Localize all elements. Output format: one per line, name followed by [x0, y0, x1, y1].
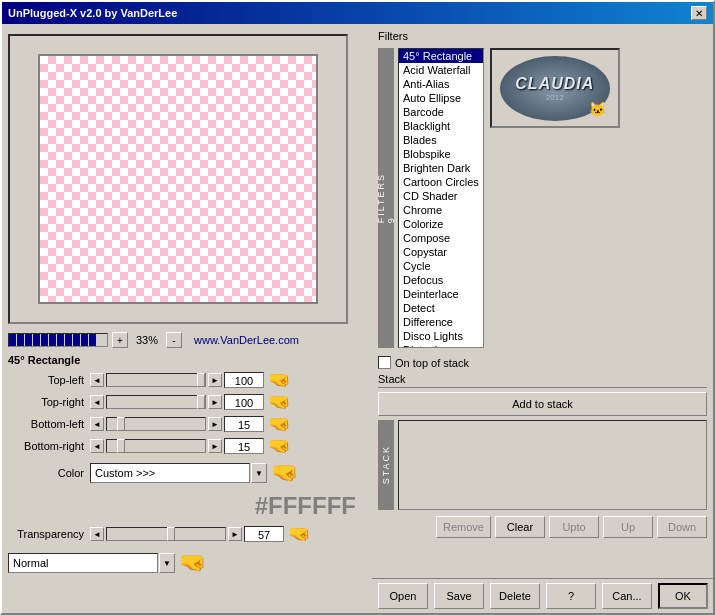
zoom-plus-button[interactable]: + — [112, 332, 128, 348]
param-label-bottomright: Bottom-right — [8, 440, 88, 452]
color-row: Color Custom >>> ▼ 🤜 — [8, 462, 366, 484]
param-left-arrow-bottomleft[interactable]: ◄ — [90, 417, 104, 431]
hand-icon-bottomright: 🤜 — [268, 435, 290, 457]
bottom-bar: Open Save Delete ? Can... OK — [372, 578, 713, 613]
window-title: UnPlugged-X v2.0 by VanDerLee — [8, 7, 177, 19]
param-left-arrow-topright[interactable]: ◄ — [90, 395, 104, 409]
param-row-bottomright: Bottom-right ◄ ► 15 🤜 — [8, 436, 366, 456]
logo-oval: CLAUDIA 2012 🐱 — [500, 56, 610, 121]
stack-sidebar: STACK — [378, 420, 394, 510]
question-button[interactable]: ? — [546, 583, 596, 609]
filter-item-autoellipse[interactable]: Auto Ellipse — [399, 91, 483, 105]
logo-year: 2012 — [546, 93, 564, 102]
param-slider-topleft[interactable] — [106, 373, 206, 387]
filter-item-barcode[interactable]: Barcode — [399, 105, 483, 119]
down-button[interactable]: Down — [657, 516, 707, 538]
transparency-right-arrow[interactable]: ► — [228, 527, 242, 541]
filter-item-brightendark[interactable]: Brighten Dark — [399, 161, 483, 175]
param-label-bottomleft: Bottom-left — [8, 418, 88, 430]
param-slider-topright[interactable] — [106, 395, 206, 409]
filter-sidebar: FILTERS9 — [378, 48, 394, 348]
params-section: Top-left ◄ ► 100 🤜 Top-right ◄ ► — [8, 370, 366, 456]
filter-item-acid[interactable]: Acid Waterfall — [399, 63, 483, 77]
up-button[interactable]: Up — [603, 516, 653, 538]
filter-item-cartooncircles[interactable]: Cartoon Circles — [399, 175, 483, 189]
param-slider-thumb-bottomright — [117, 439, 125, 453]
param-right-arrow-topright[interactable]: ► — [208, 395, 222, 409]
param-value-bottomleft: 15 — [224, 416, 264, 432]
open-button[interactable]: Open — [378, 583, 428, 609]
add-to-stack-button[interactable]: Add to stack — [378, 392, 707, 416]
stack-display: STACK — [378, 420, 707, 510]
param-value-topright: 100 — [224, 394, 264, 410]
filter-item-compose[interactable]: Compose — [399, 231, 483, 245]
filter-item-chrome[interactable]: Chrome — [399, 203, 483, 217]
clear-button[interactable]: Clear — [495, 516, 545, 538]
param-slider-bottomleft[interactable] — [106, 417, 206, 431]
color-value: Custom >>> — [95, 467, 155, 479]
filter-item-discolights[interactable]: Disco Lights — [399, 329, 483, 343]
close-button[interactable]: ✕ — [691, 6, 707, 20]
filter-item-colorize[interactable]: Colorize — [399, 217, 483, 231]
param-row-topleft: Top-left ◄ ► 100 🤜 — [8, 370, 366, 390]
param-right-arrow-topleft[interactable]: ► — [208, 373, 222, 387]
param-left-arrow-bottomright[interactable]: ◄ — [90, 439, 104, 453]
param-slider-bottomright[interactable] — [106, 439, 206, 453]
delete-button[interactable]: Delete — [490, 583, 540, 609]
normal-dropdown[interactable]: Normal — [8, 553, 158, 573]
param-label-topright: Top-right — [8, 396, 88, 408]
filter-item-distortion[interactable]: Distortion — [399, 343, 483, 348]
color-dropdown[interactable]: Custom >>> — [90, 463, 250, 483]
stack-content — [398, 420, 707, 510]
color-dropdown-arrow[interactable]: ▼ — [251, 463, 267, 483]
cancel-button[interactable]: Can... — [602, 583, 652, 609]
filter-item-cycle[interactable]: Cycle — [399, 259, 483, 273]
right-panel: Filters FILTERS9 45° Rectangle Acid Wate… — [372, 24, 713, 613]
left-panel: + 33% - www.VanDerLee.com 45° Rectangle … — [2, 24, 372, 613]
transparency-slider[interactable] — [106, 527, 226, 541]
param-left-arrow-topleft[interactable]: ◄ — [90, 373, 104, 387]
color-label: Color — [8, 467, 88, 479]
hand-icon-color: 🤜 — [271, 460, 298, 486]
zoom-minus-button[interactable]: - — [166, 332, 182, 348]
upto-button[interactable]: Upto — [549, 516, 599, 538]
normal-dropdown-arrow[interactable]: ▼ — [159, 553, 175, 573]
filter-item-detect[interactable]: Detect — [399, 301, 483, 315]
zoom-value: 33% — [132, 334, 162, 346]
save-button[interactable]: Save — [434, 583, 484, 609]
remove-button[interactable]: Remove — [436, 516, 491, 538]
filter-item-cdshader[interactable]: CD Shader — [399, 189, 483, 203]
hex-value: #FFFFFF — [255, 492, 356, 519]
filter-item-deinterlace[interactable]: Deinterlace — [399, 287, 483, 301]
site-label: www.VanDerLee.com — [194, 334, 299, 346]
filter-item-blobspike[interactable]: Blobspike — [399, 147, 483, 161]
filters-list[interactable]: 45° Rectangle Acid Waterfall Anti-Alias … — [398, 48, 484, 348]
ontop-label: On top of stack — [395, 357, 469, 369]
hand-icon-topright: 🤜 — [268, 391, 290, 413]
title-bar: UnPlugged-X v2.0 by VanDerLee ✕ — [2, 2, 713, 24]
filter-item-difference[interactable]: Difference — [399, 315, 483, 329]
filters-container: FILTERS9 45° Rectangle Acid Waterfall An… — [378, 48, 484, 348]
filter-item-defocus[interactable]: Defocus — [399, 273, 483, 287]
param-slider-thumb-bottomleft — [117, 417, 125, 431]
param-right-arrow-bottomleft[interactable]: ► — [208, 417, 222, 431]
normal-row: Normal ▼ 🤜 — [8, 552, 366, 574]
ok-button[interactable]: OK — [658, 583, 708, 609]
active-filter-label: 45° Rectangle — [8, 354, 366, 366]
param-row-topright: Top-right ◄ ► 100 🤜 — [8, 392, 366, 412]
param-label-topleft: Top-left — [8, 374, 88, 386]
transparency-left-arrow[interactable]: ◄ — [90, 527, 104, 541]
filter-item-45rect[interactable]: 45° Rectangle — [399, 49, 483, 63]
filter-item-blacklight[interactable]: Blacklight — [399, 119, 483, 133]
main-window: UnPlugged-X v2.0 by VanDerLee ✕ — [0, 0, 715, 615]
preview-area: CLAUDIA 2012 🐱 — [490, 48, 620, 128]
zoom-bar: + 33% - www.VanDerLee.com — [8, 332, 366, 348]
filter-item-copystar[interactable]: Copystar — [399, 245, 483, 259]
filter-item-blades[interactable]: Blades — [399, 133, 483, 147]
ontop-checkbox[interactable] — [378, 356, 391, 369]
param-right-arrow-bottomright[interactable]: ► — [208, 439, 222, 453]
hand-icon-topleft: 🤜 — [268, 369, 290, 391]
filter-item-antialias[interactable]: Anti-Alias — [399, 77, 483, 91]
logo-text: CLAUDIA — [515, 75, 594, 93]
filters-area: FILTERS9 45° Rectangle Acid Waterfall An… — [378, 48, 707, 348]
